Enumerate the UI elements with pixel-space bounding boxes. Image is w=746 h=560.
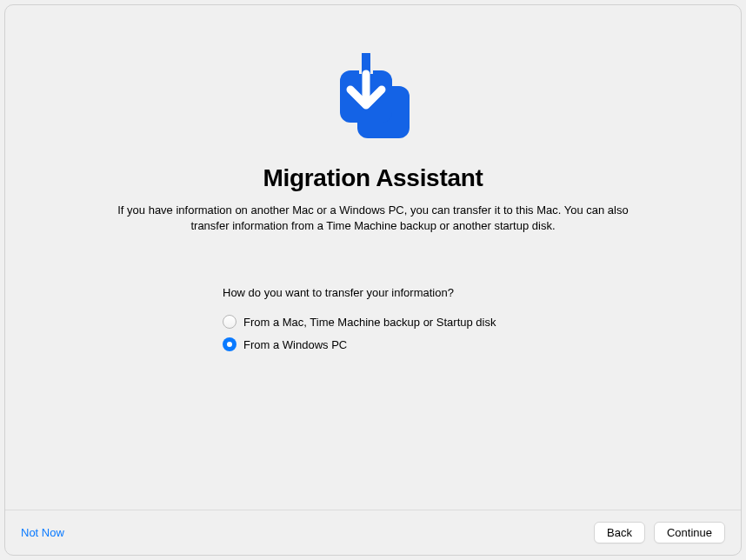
footer-bar: Not Now Back Continue [5,510,741,555]
page-description: If you have information on another Mac o… [60,203,686,234]
radio-button-icon [223,315,236,329]
radio-button-icon [223,337,236,351]
not-now-button[interactable]: Not Now [21,526,64,539]
transfer-question: How do you want to transfer your informa… [223,286,741,299]
transfer-form: How do you want to transfer your informa… [5,286,741,360]
page-title: Migration Assistant [263,164,483,192]
migration-assistant-window: Migration Assistant If you have informat… [4,4,742,556]
continue-button[interactable]: Continue [654,522,725,543]
back-button[interactable]: Back [594,522,645,543]
radio-option-windows[interactable]: From a Windows PC [223,337,741,351]
radio-option-mac[interactable]: From a Mac, Time Machine backup or Start… [223,315,741,329]
migration-download-icon [330,53,416,149]
main-content: Migration Assistant If you have informat… [5,5,741,510]
radio-label: From a Mac, Time Machine backup or Start… [243,316,496,329]
footer-right-buttons: Back Continue [594,522,725,543]
radio-label: From a Windows PC [243,338,347,351]
